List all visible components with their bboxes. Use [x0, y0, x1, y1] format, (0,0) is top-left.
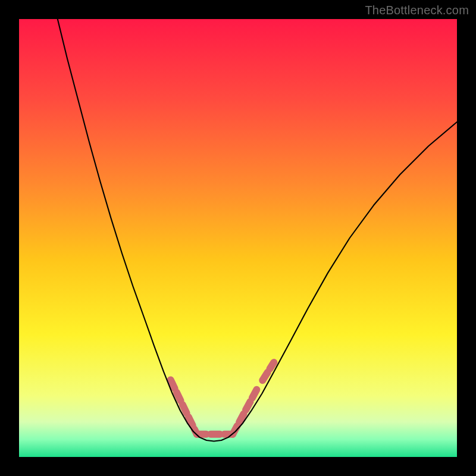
plot-overlay: [19, 19, 457, 457]
plot-frame: [19, 19, 457, 457]
watermark-text: TheBottleneck.com: [365, 4, 469, 17]
svg-line-4: [262, 362, 274, 380]
svg-line-1: [171, 380, 197, 434]
bottleneck-curve: [58, 19, 457, 441]
svg-line-3: [233, 387, 258, 434]
